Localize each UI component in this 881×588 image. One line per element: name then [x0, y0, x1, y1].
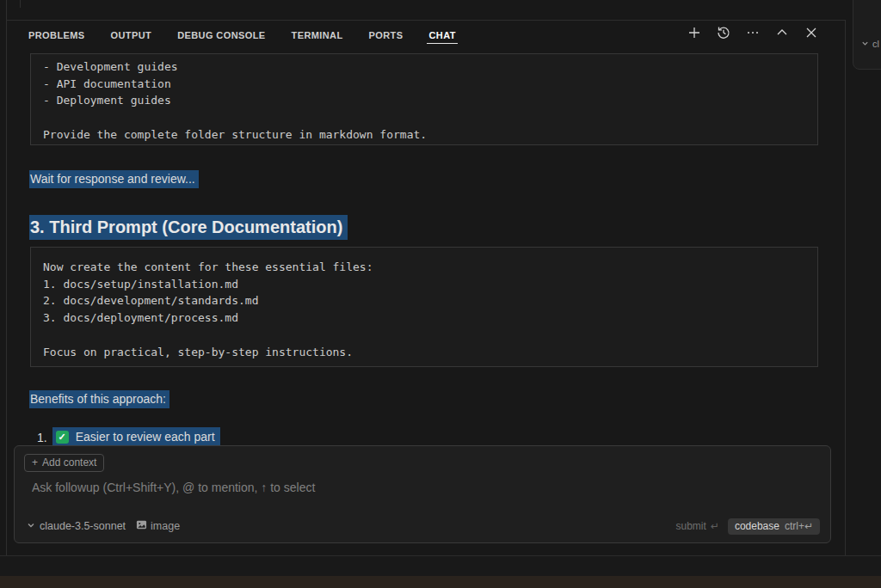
panel-bottom-gap [0, 555, 881, 576]
section-heading-text: 3. Third Prompt (Core Documentation) [29, 215, 348, 240]
prompt-code-block-2: Now create the content for these essenti… [30, 247, 818, 367]
check-mark-icon: ✓ [56, 431, 69, 444]
composer-footer: claude-3.5-sonnet image submit ↵ codebas… [27, 518, 820, 535]
panel-tabs: PROBLEMS OUTPUT DEBUG CONSOLE TERMINAL P… [28, 23, 687, 46]
status-bar-strip [0, 576, 881, 588]
codebase-shortcut: ctrl+↵ [785, 520, 813, 532]
attach-image-button[interactable]: image [136, 519, 180, 533]
add-context-button[interactable]: + Add context [24, 454, 104, 472]
selected-note-2-text: Benefits of this approach: [29, 390, 169, 408]
model-selector[interactable]: claude-3.5-sonnet [27, 520, 126, 532]
chat-input[interactable] [32, 481, 806, 513]
chat-composer[interactable]: + Add context claude-3.5-sonnet image su… [14, 445, 831, 543]
plus-icon: + [32, 455, 38, 471]
tab-terminal[interactable]: TERMINAL [292, 23, 343, 46]
new-chat-button[interactable] [687, 27, 702, 42]
list-number: 1. [37, 431, 47, 444]
submit-button[interactable]: submit ↵ [675, 520, 718, 532]
tab-chat[interactable]: CHAT [428, 23, 455, 46]
ellipsis-icon [746, 26, 760, 43]
chevron-up-icon [775, 26, 789, 43]
chevron-down-icon [861, 39, 869, 49]
chat-message-area[interactable]: - Development guides - API documentation… [7, 48, 845, 445]
section-heading: 3. Third Prompt (Core Documentation) [29, 217, 348, 237]
history-icon [717, 26, 730, 43]
tab-ports[interactable]: PORTS [369, 23, 404, 46]
secondary-sidebar-card: cl [853, 0, 881, 70]
close-icon [804, 26, 818, 43]
chevron-down-icon [27, 520, 35, 532]
panel-actions [687, 27, 819, 42]
list-item-highlight: ✓ Easier to review each part [52, 427, 220, 445]
selected-note-1-text: Wait for response and review... [29, 170, 199, 188]
codebase-label: codebase [735, 520, 779, 532]
plus-icon [687, 26, 701, 43]
benefit-list-item: 1. ✓ Easier to review each part [37, 427, 220, 445]
image-label: image [151, 520, 180, 532]
codebase-button[interactable]: codebase ctrl+↵ [728, 518, 820, 535]
panel-right-border[interactable] [845, 20, 846, 555]
tab-debug-console[interactable]: DEBUG CONSOLE [177, 23, 265, 46]
sidebar-collapsed-section[interactable]: cl [861, 39, 879, 49]
enter-key-icon: ↵ [711, 520, 719, 532]
sidebar-section-label: cl [872, 39, 879, 49]
image-icon [136, 519, 147, 533]
maximize-panel-button[interactable] [774, 27, 790, 42]
panel-tabbar: PROBLEMS OUTPUT DEBUG CONSOLE TERMINAL P… [7, 21, 845, 48]
selected-note-2: Benefits of this approach: [29, 392, 169, 406]
list-item-text: Easier to review each part [76, 430, 215, 444]
add-context-label: Add context [42, 455, 96, 471]
window-divider [20, 0, 21, 8]
submit-label: submit [675, 520, 705, 532]
tab-problems[interactable]: PROBLEMS [28, 23, 85, 46]
model-name: claude-3.5-sonnet [40, 520, 126, 532]
tab-output[interactable]: OUTPUT [111, 23, 152, 46]
selected-note-1: Wait for response and review... [29, 172, 199, 186]
close-panel-button[interactable] [804, 27, 819, 42]
history-button[interactable] [716, 27, 731, 42]
prompt-code-block-1: - Development guides - API documentation… [30, 53, 818, 145]
more-actions-button[interactable] [745, 27, 761, 42]
